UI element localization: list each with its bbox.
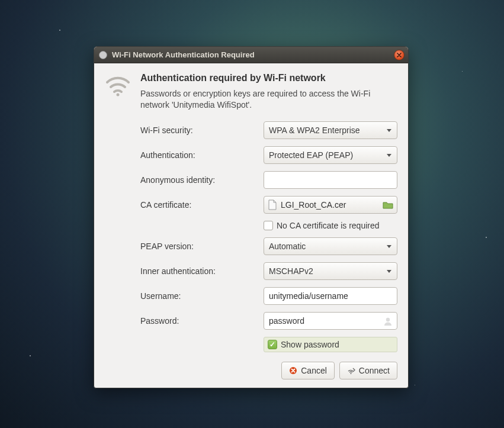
connect-button-label: Connect bbox=[359, 366, 390, 375]
folder-open-icon bbox=[383, 201, 393, 209]
peap-version-combo[interactable]: Automatic bbox=[264, 237, 397, 255]
wifi-icon bbox=[105, 73, 131, 379]
peap-version-label: PEAP version: bbox=[140, 242, 254, 251]
username-input[interactable] bbox=[269, 291, 392, 301]
inner-auth-combo[interactable]: MSCHAPv2 bbox=[264, 262, 397, 280]
password-input[interactable] bbox=[269, 316, 392, 326]
auth-dialog-window: Wi-Fi Network Authentication Required Au… bbox=[94, 46, 409, 388]
svg-point-1 bbox=[386, 318, 390, 321]
cancel-button[interactable]: Cancel bbox=[281, 362, 335, 379]
no-ca-required-row: No CA certificate is required bbox=[264, 221, 397, 230]
inner-auth-label: Inner authentication: bbox=[140, 266, 254, 276]
svg-point-3 bbox=[350, 373, 351, 374]
ca-certificate-chooser[interactable]: LGI_Root_CA.cer bbox=[264, 196, 397, 214]
wifi-security-combo[interactable]: WPA & WPA2 Enterprise bbox=[264, 121, 397, 139]
anonymous-identity-label: Anonymous identity: bbox=[140, 175, 254, 185]
document-icon bbox=[268, 199, 277, 210]
no-ca-required-label: No CA certificate is required bbox=[277, 221, 380, 230]
authentication-label: Authentication: bbox=[140, 150, 254, 160]
authentication-value: Protected EAP (PEAP) bbox=[269, 150, 353, 160]
dialog-heading: Authentication required by Wi-Fi network bbox=[140, 73, 397, 83]
cancel-icon bbox=[289, 366, 297, 375]
cancel-button-label: Cancel bbox=[301, 366, 327, 375]
authentication-combo[interactable]: Protected EAP (PEAP) bbox=[264, 146, 397, 164]
ca-certificate-filename: LGI_Root_CA.cer bbox=[281, 200, 379, 210]
close-icon bbox=[397, 53, 402, 57]
password-label: Password: bbox=[140, 316, 254, 326]
show-password-checkbox[interactable] bbox=[268, 340, 277, 349]
password-input-wrap bbox=[264, 312, 397, 330]
anonymous-identity-input-wrap bbox=[264, 171, 397, 189]
connect-button[interactable]: Connect bbox=[339, 362, 397, 379]
username-label: Username: bbox=[140, 291, 254, 301]
peap-version-value: Automatic bbox=[269, 242, 306, 251]
wifi-security-value: WPA & WPA2 Enterprise bbox=[269, 125, 360, 135]
titlebar[interactable]: Wi-Fi Network Authentication Required bbox=[94, 47, 408, 63]
window-title: Wi-Fi Network Authentication Required bbox=[112, 50, 255, 59]
dialog-description: Passwords or encryption keys are require… bbox=[140, 88, 397, 111]
show-password-row: Show password bbox=[264, 337, 397, 352]
close-button[interactable] bbox=[394, 50, 405, 60]
username-input-wrap bbox=[264, 287, 397, 305]
show-password-label: Show password bbox=[281, 340, 339, 349]
anonymous-identity-input[interactable] bbox=[269, 175, 392, 185]
wifi-security-label: Wi-Fi security: bbox=[140, 125, 254, 135]
ca-certificate-label: CA certificate: bbox=[140, 200, 254, 210]
titlebar-app-icon bbox=[99, 51, 107, 59]
svg-point-0 bbox=[117, 94, 120, 96]
connect-icon bbox=[347, 366, 355, 375]
user-key-icon bbox=[383, 316, 393, 327]
inner-auth-value: MSCHAPv2 bbox=[269, 266, 313, 276]
no-ca-required-checkbox[interactable] bbox=[264, 221, 273, 230]
